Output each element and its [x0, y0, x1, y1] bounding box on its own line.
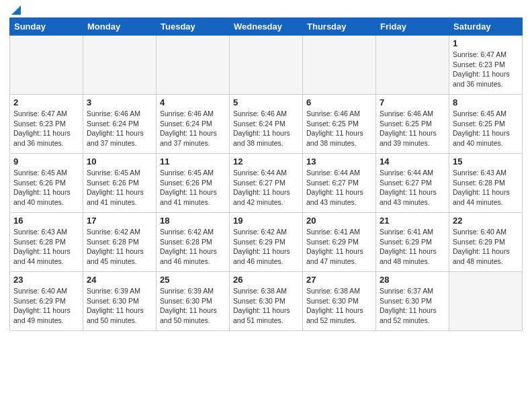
day-cell: 14Sunrise: 6:44 AM Sunset: 6:27 PM Dayli…: [376, 154, 449, 213]
day-info: Sunrise: 6:39 AM Sunset: 6:30 PM Dayligh…: [87, 286, 152, 326]
day-cell: 11Sunrise: 6:45 AM Sunset: 6:26 PM Dayli…: [157, 154, 230, 213]
day-number: 17: [87, 216, 152, 226]
day-number: 8: [453, 97, 519, 107]
day-number: 5: [233, 97, 299, 107]
day-cell: 18Sunrise: 6:42 AM Sunset: 6:28 PM Dayli…: [157, 213, 230, 272]
day-cell: 1Sunrise: 6:47 AM Sunset: 6:23 PM Daylig…: [449, 36, 523, 95]
day-cell: 2Sunrise: 6:47 AM Sunset: 6:23 PM Daylig…: [10, 95, 83, 154]
day-cell: 3Sunrise: 6:46 AM Sunset: 6:24 PM Daylig…: [83, 95, 157, 154]
day-cell: [10, 36, 83, 95]
day-number: 6: [306, 97, 372, 107]
day-number: 15: [453, 156, 519, 167]
day-cell: [449, 272, 523, 331]
week-row-1: 2Sunrise: 6:47 AM Sunset: 6:23 PM Daylig…: [10, 95, 523, 154]
day-cell: [230, 36, 303, 95]
day-cell: 23Sunrise: 6:40 AM Sunset: 6:29 PM Dayli…: [10, 272, 83, 331]
day-cell: 13Sunrise: 6:44 AM Sunset: 6:27 PM Dayli…: [303, 154, 376, 213]
day-cell: 28Sunrise: 6:37 AM Sunset: 6:30 PM Dayli…: [376, 272, 449, 331]
day-info: Sunrise: 6:38 AM Sunset: 6:30 PM Dayligh…: [306, 286, 372, 326]
logo-icon: [10, 4, 22, 16]
day-number: 23: [13, 275, 79, 285]
header-monday: Monday: [83, 18, 157, 36]
day-number: 26: [233, 275, 299, 285]
header-saturday: Saturday: [449, 18, 523, 36]
header: [9, 7, 523, 13]
day-cell: 12Sunrise: 6:44 AM Sunset: 6:27 PM Dayli…: [230, 154, 303, 213]
day-number: 25: [160, 275, 226, 285]
week-row-0: 1Sunrise: 6:47 AM Sunset: 6:23 PM Daylig…: [10, 36, 523, 95]
day-number: 14: [380, 156, 445, 167]
day-info: Sunrise: 6:46 AM Sunset: 6:25 PM Dayligh…: [380, 109, 445, 148]
day-number: 21: [380, 216, 445, 226]
day-info: Sunrise: 6:42 AM Sunset: 6:28 PM Dayligh…: [87, 227, 152, 267]
day-cell: 25Sunrise: 6:39 AM Sunset: 6:30 PM Dayli…: [157, 272, 230, 331]
day-info: Sunrise: 6:41 AM Sunset: 6:29 PM Dayligh…: [306, 227, 372, 267]
header-thursday: Thursday: [303, 18, 376, 36]
week-row-2: 9Sunrise: 6:45 AM Sunset: 6:26 PM Daylig…: [10, 154, 523, 213]
day-cell: 9Sunrise: 6:45 AM Sunset: 6:26 PM Daylig…: [10, 154, 83, 213]
day-cell: 21Sunrise: 6:41 AM Sunset: 6:29 PM Dayli…: [376, 213, 449, 272]
day-info: Sunrise: 6:44 AM Sunset: 6:27 PM Dayligh…: [306, 168, 372, 208]
day-info: Sunrise: 6:46 AM Sunset: 6:24 PM Dayligh…: [87, 109, 152, 148]
day-cell: 26Sunrise: 6:38 AM Sunset: 6:30 PM Dayli…: [230, 272, 303, 331]
day-cell: [83, 36, 157, 95]
day-cell: [157, 36, 230, 95]
week-row-3: 16Sunrise: 6:43 AM Sunset: 6:28 PM Dayli…: [10, 213, 523, 272]
day-number: 4: [160, 97, 226, 107]
day-info: Sunrise: 6:46 AM Sunset: 6:24 PM Dayligh…: [160, 109, 226, 148]
day-info: Sunrise: 6:43 AM Sunset: 6:28 PM Dayligh…: [453, 168, 519, 208]
day-info: Sunrise: 6:40 AM Sunset: 6:29 PM Dayligh…: [453, 227, 519, 267]
day-info: Sunrise: 6:45 AM Sunset: 6:26 PM Dayligh…: [13, 168, 79, 208]
day-number: 1: [453, 38, 519, 48]
day-number: 3: [87, 97, 152, 107]
day-number: 10: [87, 156, 152, 167]
day-info: Sunrise: 6:41 AM Sunset: 6:29 PM Dayligh…: [380, 227, 445, 267]
day-number: 18: [160, 216, 226, 226]
calendar-table: SundayMondayTuesdayWednesdayThursdayFrid…: [9, 17, 523, 331]
day-cell: 16Sunrise: 6:43 AM Sunset: 6:28 PM Dayli…: [10, 213, 83, 272]
day-number: 19: [233, 216, 299, 226]
day-cell: [376, 36, 449, 95]
day-number: 2: [13, 97, 79, 107]
day-info: Sunrise: 6:42 AM Sunset: 6:29 PM Dayligh…: [233, 227, 299, 267]
day-number: 24: [87, 275, 152, 285]
day-info: Sunrise: 6:44 AM Sunset: 6:27 PM Dayligh…: [380, 168, 445, 208]
day-info: Sunrise: 6:40 AM Sunset: 6:29 PM Dayligh…: [13, 286, 79, 326]
header-row: SundayMondayTuesdayWednesdayThursdayFrid…: [10, 18, 523, 36]
header-tuesday: Tuesday: [157, 18, 230, 36]
day-cell: 6Sunrise: 6:46 AM Sunset: 6:25 PM Daylig…: [303, 95, 376, 154]
day-number: 28: [380, 275, 445, 285]
day-info: Sunrise: 6:38 AM Sunset: 6:30 PM Dayligh…: [233, 286, 299, 326]
day-number: 7: [380, 97, 445, 107]
day-info: Sunrise: 6:44 AM Sunset: 6:27 PM Dayligh…: [233, 168, 299, 208]
day-cell: 19Sunrise: 6:42 AM Sunset: 6:29 PM Dayli…: [230, 213, 303, 272]
day-cell: 27Sunrise: 6:38 AM Sunset: 6:30 PM Dayli…: [303, 272, 376, 331]
day-info: Sunrise: 6:39 AM Sunset: 6:30 PM Dayligh…: [160, 286, 226, 326]
day-info: Sunrise: 6:42 AM Sunset: 6:28 PM Dayligh…: [160, 227, 226, 267]
logo: [9, 7, 22, 13]
day-cell: 24Sunrise: 6:39 AM Sunset: 6:30 PM Dayli…: [83, 272, 157, 331]
day-info: Sunrise: 6:45 AM Sunset: 6:26 PM Dayligh…: [160, 168, 226, 208]
calendar-page: SundayMondayTuesdayWednesdayThursdayFrid…: [0, 0, 532, 338]
day-cell: 17Sunrise: 6:42 AM Sunset: 6:28 PM Dayli…: [83, 213, 157, 272]
day-number: 9: [13, 156, 79, 167]
day-cell: 7Sunrise: 6:46 AM Sunset: 6:25 PM Daylig…: [376, 95, 449, 154]
day-cell: 8Sunrise: 6:45 AM Sunset: 6:25 PM Daylig…: [449, 95, 523, 154]
day-cell: 10Sunrise: 6:45 AM Sunset: 6:26 PM Dayli…: [83, 154, 157, 213]
day-info: Sunrise: 6:46 AM Sunset: 6:24 PM Dayligh…: [233, 109, 299, 148]
day-info: Sunrise: 6:47 AM Sunset: 6:23 PM Dayligh…: [453, 50, 519, 89]
day-info: Sunrise: 6:43 AM Sunset: 6:28 PM Dayligh…: [13, 227, 79, 267]
day-number: 22: [453, 216, 519, 226]
day-cell: 20Sunrise: 6:41 AM Sunset: 6:29 PM Dayli…: [303, 213, 376, 272]
day-number: 20: [306, 216, 372, 226]
day-cell: 5Sunrise: 6:46 AM Sunset: 6:24 PM Daylig…: [230, 95, 303, 154]
day-number: 27: [306, 275, 372, 285]
header-sunday: Sunday: [10, 18, 83, 36]
header-friday: Friday: [376, 18, 449, 36]
day-info: Sunrise: 6:46 AM Sunset: 6:25 PM Dayligh…: [306, 109, 372, 148]
svg-marker-0: [11, 5, 21, 15]
day-number: 11: [160, 156, 226, 167]
day-info: Sunrise: 6:45 AM Sunset: 6:26 PM Dayligh…: [87, 168, 152, 208]
day-number: 16: [13, 216, 79, 226]
day-info: Sunrise: 6:37 AM Sunset: 6:30 PM Dayligh…: [380, 286, 445, 326]
